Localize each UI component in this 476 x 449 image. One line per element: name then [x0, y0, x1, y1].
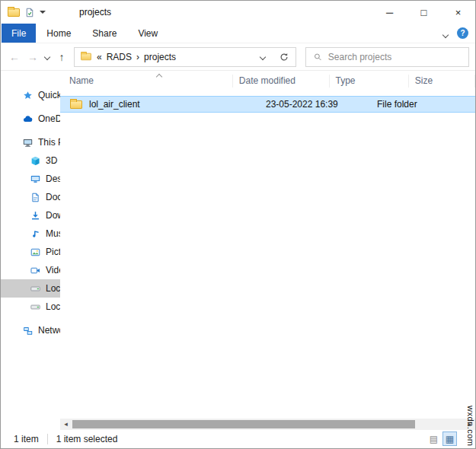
back-button[interactable]: ←	[5, 51, 24, 63]
sidebar-item-label: Quick access	[38, 90, 60, 100]
column-headers: Name Date modified Type Size	[60, 71, 475, 91]
window-title: projects	[79, 7, 111, 18]
sidebar-item-downloads[interactable]: Downloads	[1, 206, 60, 224]
folder-icon	[70, 100, 82, 109]
breadcrumb-collapsed[interactable]: «	[97, 52, 102, 62]
sidebar-item-network[interactable]: Network	[1, 321, 60, 339]
sidebar-item-quick-access[interactable]: Quick access	[1, 86, 60, 104]
sort-ascending-icon	[157, 71, 161, 81]
view-toggles: ▤ ▦	[426, 431, 457, 446]
up-button[interactable]: ↑	[53, 51, 71, 63]
forward-button[interactable]: →	[24, 51, 42, 63]
details-view-button[interactable]: ▤	[426, 431, 441, 446]
scrollbar-thumb[interactable]	[72, 420, 415, 428]
videos-icon	[30, 266, 40, 275]
recent-locations-button[interactable]	[42, 55, 53, 59]
navigation-pane: Quick access OneDrive This PC 3D Objects…	[1, 71, 60, 419]
breadcrumb-separator: ›	[136, 52, 139, 62]
expand-ribbon-button[interactable]	[443, 27, 448, 40]
sidebar-item-label: 3D Objects	[46, 155, 60, 166]
address-dropdown-button[interactable]	[254, 55, 271, 59]
window-controls: ─ □ ×	[372, 1, 475, 24]
close-button[interactable]: ×	[441, 1, 475, 24]
column-header-date-modified[interactable]: Date modified	[233, 75, 330, 88]
sidebar-item-label: Videos	[46, 265, 60, 275]
sidebar-item-label: Network	[38, 325, 60, 336]
quick-access-toolbar	[1, 8, 46, 18]
sidebar-item-label: Local Disk	[46, 301, 60, 312]
refresh-button[interactable]	[276, 53, 292, 62]
tab-share[interactable]: Share	[81, 24, 127, 43]
sidebar-item-pictures[interactable]: Pictures	[1, 243, 60, 261]
pictures-icon	[30, 247, 40, 257]
sidebar-item-music[interactable]: Music	[1, 224, 60, 243]
sidebar-item-label: Documents	[46, 192, 60, 202]
cloud-icon	[23, 114, 33, 124]
sidebar-item-label: Downloads	[46, 210, 60, 221]
document-icon	[30, 193, 40, 202]
disk-icon	[30, 302, 40, 312]
tab-home[interactable]: Home	[36, 24, 81, 43]
maximize-button[interactable]: □	[407, 1, 441, 24]
address-folder-icon	[81, 53, 91, 60]
titlebar: projects ─ □ ×	[1, 1, 475, 24]
main-area: Quick access OneDrive This PC 3D Objects…	[1, 71, 475, 419]
search-icon	[314, 53, 322, 62]
status-divider	[47, 434, 48, 444]
sidebar-item-local-disk-1[interactable]: Local Disk	[1, 279, 60, 298]
status-bar: 1 item 1 item selected ▤ ▦	[1, 430, 475, 448]
disk-icon	[30, 284, 40, 294]
address-bar[interactable]: « RADS › projects	[74, 47, 296, 67]
file-list-pane: Name Date modified Type Size lol_air_cli…	[60, 71, 475, 419]
sidebar-item-videos[interactable]: Videos	[1, 261, 60, 279]
ribbon-right-controls: ?	[443, 24, 475, 43]
sidebar-item-local-disk-2[interactable]: Local Disk	[1, 298, 60, 316]
file-name-cell: lol_air_client	[60, 99, 260, 110]
sidebar-item-documents[interactable]: Documents	[1, 188, 60, 206]
refresh-icon	[280, 53, 289, 62]
download-icon	[30, 211, 40, 221]
scroll-left-icon[interactable]: ◂	[60, 419, 72, 430]
item-count: 1 item	[14, 434, 39, 444]
selection-count: 1 item selected	[56, 434, 118, 444]
sidebar-item-3d-objects[interactable]: 3D Objects	[1, 151, 60, 170]
monitor-icon	[23, 138, 33, 148]
column-header-size[interactable]: Size	[409, 75, 475, 88]
sidebar-item-label: Music	[46, 228, 60, 239]
column-header-type[interactable]: Type	[330, 75, 409, 88]
sidebar-item-label: Local Disk	[46, 283, 60, 294]
file-menu-tab[interactable]: File	[2, 24, 36, 43]
help-button[interactable]: ?	[457, 27, 468, 39]
search-input[interactable]	[328, 52, 462, 62]
sidebar-item-label: This PC	[38, 137, 60, 148]
sidebar-item-label: Desktop	[46, 174, 60, 184]
file-explorer-window: projects ─ □ × File Home Share View ? ← …	[0, 0, 476, 449]
ribbon-tab-bar: File Home Share View ?	[1, 24, 475, 43]
column-header-name[interactable]: Name	[60, 75, 233, 88]
file-rows: lol_air_client 23-05-2022 16:39 File fol…	[60, 91, 475, 113]
properties-icon[interactable]	[25, 8, 34, 18]
breadcrumb-segment-rads[interactable]: RADS	[107, 52, 132, 62]
sidebar-item-desktop[interactable]: Desktop	[1, 170, 60, 188]
sidebar-item-this-pc[interactable]: This PC	[1, 133, 60, 151]
music-icon	[30, 229, 40, 239]
file-row-lol-air-client[interactable]: lol_air_client 23-05-2022 16:39 File fol…	[60, 96, 475, 113]
chevron-down-icon	[260, 53, 266, 59]
file-type-cell: File folder	[371, 99, 462, 110]
app-folder-icon[interactable]	[8, 8, 20, 17]
minimize-button[interactable]: ─	[372, 1, 407, 24]
chevron-down-icon	[442, 31, 449, 37]
breadcrumb-segment-projects[interactable]: projects	[144, 52, 176, 62]
thumbnail-view-button[interactable]: ▦	[442, 431, 457, 446]
horizontal-scrollbar[interactable]: ◂ ▸	[60, 419, 475, 430]
search-box[interactable]	[305, 47, 469, 67]
qat-dropdown-icon[interactable]	[40, 11, 46, 14]
tab-view[interactable]: View	[127, 24, 168, 43]
sidebar-item-onedrive[interactable]: OneDrive	[1, 110, 60, 128]
sidebar-item-label: OneDrive	[38, 113, 60, 124]
chevron-down-icon	[44, 53, 50, 59]
network-icon	[23, 326, 33, 336]
star-icon	[23, 91, 33, 100]
watermark: wxdn.com	[466, 406, 475, 447]
file-date-cell: 23-05-2022 16:39	[260, 99, 371, 110]
